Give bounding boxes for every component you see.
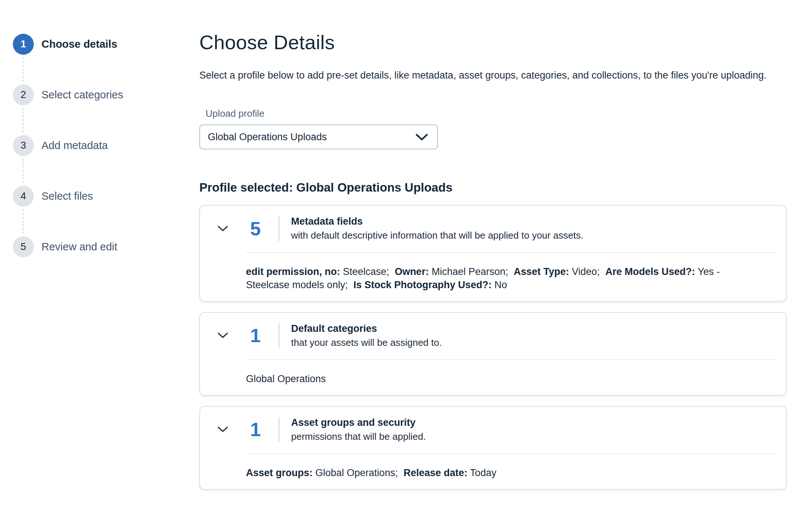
step-number: 5 [21, 241, 26, 253]
step-number-badge: 4 [13, 186, 34, 207]
card-title: Metadata fields [291, 216, 583, 227]
chevron-down-icon [217, 225, 228, 232]
card-description: with default descriptive information tha… [291, 230, 583, 241]
card-collapse-button[interactable] [215, 421, 231, 438]
step-label: Add metadata [41, 139, 108, 152]
card-header: 5 Metadata fields with default descripti… [200, 216, 786, 241]
vertical-divider [278, 216, 280, 241]
vertical-divider [278, 323, 280, 348]
step-number-badge: 3 [13, 135, 34, 156]
card-collapse-button[interactable] [215, 327, 231, 344]
upload-profile-field: Upload profile Global Operations Uploads [199, 108, 787, 149]
profile-selected-heading: Profile selected: Global Operations Uplo… [199, 181, 787, 195]
profile-detail-card: 1 Default categories that your assets wi… [199, 312, 787, 396]
step-label: Select files [41, 190, 93, 202]
profile-detail-card: 5 Metadata fields with default descripti… [199, 205, 787, 301]
step-number: 3 [21, 140, 26, 151]
horizontal-divider [246, 359, 775, 360]
card-title: Asset groups and security [291, 417, 426, 428]
upload-profile-select[interactable]: Global Operations Uploads [199, 124, 438, 149]
vertical-divider [278, 417, 280, 442]
profile-summary-cards: 5 Metadata fields with default descripti… [199, 205, 787, 489]
step-connector [23, 57, 23, 82]
card-header: 1 Default categories that your assets wi… [200, 323, 786, 348]
choose-details-panel: Choose Details Select a profile below to… [199, 0, 787, 511]
chevron-down-icon [217, 332, 228, 339]
horizontal-divider [246, 453, 775, 454]
card-description: permissions that will be applied. [291, 431, 426, 442]
card-count: 1 [244, 326, 267, 345]
card-details-summary: Global Operations [246, 373, 764, 385]
upload-wizard-page: 1 Choose details 2 Select categories 3 A… [0, 0, 812, 511]
step-number: 1 [21, 39, 26, 50]
stepper-step-select-categories[interactable]: 2 Select categories [13, 84, 199, 105]
card-title: Default categories [291, 323, 442, 334]
upload-profile-label: Upload profile [206, 108, 787, 119]
step-connector [23, 209, 23, 234]
card-details-summary: Asset groups: Global Operations; Release… [246, 467, 764, 479]
step-connector [23, 159, 23, 183]
step-number: 4 [21, 191, 26, 202]
profile-detail-card: 1 Asset groups and security permissions … [199, 406, 787, 490]
step-number-badge: 2 [13, 84, 34, 105]
card-description: that your assets will be assigned to. [291, 337, 442, 348]
horizontal-divider [246, 252, 775, 253]
stepper-step-add-metadata[interactable]: 3 Add metadata [13, 135, 199, 156]
page-subtitle: Select a profile below to add pre-set de… [199, 69, 787, 82]
stepper-step-select-files[interactable]: 4 Select files [13, 186, 199, 207]
step-label: Select categories [41, 89, 123, 101]
card-count: 5 [244, 219, 267, 238]
card-header: 1 Asset groups and security permissions … [200, 417, 786, 442]
card-details-summary: edit permission, no: Steelcase; Owner: M… [246, 265, 764, 291]
step-label: Review and edit [41, 241, 117, 253]
card-titles: Metadata fields with default descriptive… [291, 216, 583, 241]
card-titles: Default categories that your assets will… [291, 323, 442, 348]
step-number: 2 [21, 89, 26, 101]
step-number-badge: 1 [13, 34, 34, 55]
card-titles: Asset groups and security permissions th… [291, 417, 426, 442]
upload-profile-select-wrap: Global Operations Uploads [199, 124, 438, 149]
step-number-badge: 5 [13, 236, 34, 257]
card-count: 1 [244, 420, 267, 439]
wizard-stepper: 1 Choose details 2 Select categories 3 A… [0, 0, 199, 511]
stepper-step-review-and-edit[interactable]: 5 Review and edit [13, 236, 199, 257]
step-connector [23, 108, 23, 133]
card-collapse-button[interactable] [215, 221, 231, 237]
page-title: Choose Details [199, 32, 787, 53]
stepper-step-choose-details[interactable]: 1 Choose details [13, 34, 199, 55]
chevron-down-icon [217, 426, 228, 433]
step-label: Choose details [41, 38, 117, 50]
